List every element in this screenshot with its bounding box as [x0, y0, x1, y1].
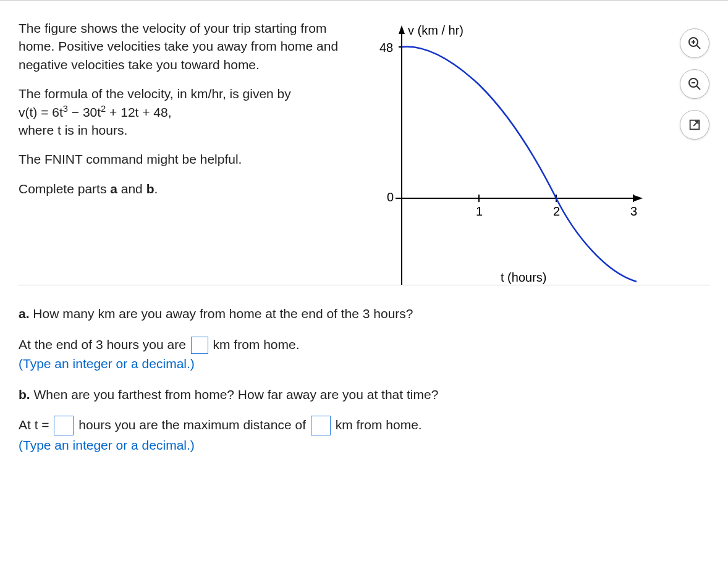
part-b-prefix: At t = — [19, 418, 53, 432]
part-a-input[interactable] — [191, 337, 208, 354]
formula-lead: The formula of the velocity, in km/hr, i… — [19, 86, 291, 101]
svg-marker-12 — [634, 195, 643, 201]
popout-icon — [688, 118, 701, 132]
zoom-out-button[interactable] — [680, 69, 709, 99]
intro-text: The figure shows the velocity of your tr… — [19, 19, 365, 74]
part-b-time-input[interactable] — [54, 416, 74, 435]
x-tick-3: 3 — [630, 204, 637, 218]
part-a-answer-pre: At the end of 3 hours you are — [19, 337, 190, 351]
y-axis-label: v (km / hr) — [408, 23, 463, 37]
part-b-distance-input[interactable] — [311, 416, 331, 435]
part-b: b. When are you farthest from home? How … — [19, 385, 709, 405]
part-b-suffix: km from home. — [336, 418, 422, 432]
complete-parts: Complete parts a and b. — [19, 180, 365, 198]
svg-marker-10 — [399, 25, 405, 34]
popout-button[interactable] — [680, 110, 709, 140]
svg-line-8 — [693, 122, 698, 126]
x-tick-1: 1 — [476, 204, 483, 218]
svg-line-1 — [696, 45, 700, 49]
part-a-instruction: (Type an integer or a decimal.) — [19, 356, 195, 371]
zoom-out-icon — [687, 77, 702, 91]
part-b-mid: hours you are the maximum distance of — [78, 418, 310, 432]
part-a-answer-post: km from home. — [213, 337, 300, 351]
zoom-in-button[interactable] — [680, 28, 709, 58]
part-b-question: b. When are you farthest from home? How … — [19, 385, 709, 405]
velocity-graph: v (km / hr) 48 0 1 2 3 t (hours) — [365, 19, 649, 285]
formula-tail: where t is in hours. — [19, 123, 127, 137]
part-a: a. How many km are you away from home at… — [19, 304, 709, 324]
y-tick-48: 48 — [379, 41, 393, 54]
problem-statement: The figure shows the velocity of your tr… — [19, 19, 365, 209]
velocity-curve — [402, 47, 637, 282]
y-tick-0: 0 — [387, 190, 394, 204]
part-b-instruction: (Type an integer or a decimal.) — [19, 438, 195, 452]
fnint-hint: The FNINT command might be helpful. — [19, 150, 365, 168]
formula-text: The formula of the velocity, in km/hr, i… — [19, 85, 365, 139]
x-axis-label: t (hours) — [501, 271, 546, 284]
svg-line-5 — [696, 86, 700, 90]
zoom-in-icon — [687, 36, 702, 51]
x-tick-2: 2 — [553, 204, 560, 218]
part-a-question: a. How many km are you away from home at… — [19, 304, 709, 324]
